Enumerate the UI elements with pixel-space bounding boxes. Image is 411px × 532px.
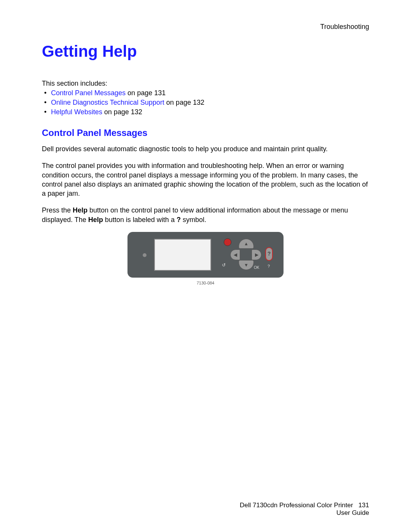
power-led-icon xyxy=(143,253,147,257)
page-title: Getting Help xyxy=(42,42,369,61)
header-section: Troubleshooting xyxy=(42,23,369,31)
left-arrow-icon: ◀ xyxy=(230,249,240,260)
help-label: ? xyxy=(268,264,270,268)
section-links-list: Control Panel Messages on page 131 Onlin… xyxy=(42,89,369,116)
control-panel-figure: ▲ ▼ ◀ ▶ ↺ OK ? ? 7130-084 xyxy=(42,232,369,285)
back-icon: ↺ xyxy=(222,262,226,268)
control-panel: ▲ ▼ ◀ ▶ ↺ OK ? ? xyxy=(127,232,284,278)
list-item: Control Panel Messages on page 131 xyxy=(42,89,369,97)
down-arrow-icon: ▼ xyxy=(239,260,254,270)
link-suffix: on page 132 xyxy=(164,99,204,106)
right-arrow-icon: ▶ xyxy=(252,249,261,260)
p3-part: symbol. xyxy=(181,216,206,224)
link-online-diagnostics[interactable]: Online Diagnostics Technical Support xyxy=(51,99,164,106)
p3-part: button is labeled with a xyxy=(103,216,177,224)
paragraph-3: Press the Help button on the control pan… xyxy=(42,206,369,224)
help-bold: Help xyxy=(88,216,103,224)
question-bold: ? xyxy=(177,216,181,224)
link-suffix: on page 132 xyxy=(102,108,142,116)
help-bold: Help xyxy=(73,206,88,214)
intro-text: This section includes: xyxy=(42,80,369,88)
link-control-panel-messages[interactable]: Control Panel Messages xyxy=(51,89,126,97)
figure-id: 7130-084 xyxy=(42,281,369,285)
link-suffix: on page 131 xyxy=(126,89,166,97)
list-item: Helpful Websites on page 132 xyxy=(42,108,369,116)
ok-label: OK xyxy=(254,265,259,270)
p3-part: Press the xyxy=(42,206,73,214)
help-button-icon: ? xyxy=(265,247,273,261)
display-screen xyxy=(154,239,211,271)
list-item: Online Diagnostics Technical Support on … xyxy=(42,99,369,107)
page-footer: Dell 7130cdn Professional Color Printer1… xyxy=(240,502,369,517)
footer-page-number: 131 xyxy=(358,502,369,509)
footer-doc: User Guide xyxy=(336,509,369,516)
up-arrow-icon: ▲ xyxy=(239,239,254,249)
paragraph-2: The control panel provides you with info… xyxy=(42,161,369,198)
link-helpful-websites[interactable]: Helpful Websites xyxy=(51,108,102,116)
footer-product: Dell 7130cdn Professional Color Printer xyxy=(240,502,353,509)
paragraph-1: Dell provides several automatic diagnost… xyxy=(42,144,369,153)
section-heading: Control Panel Messages xyxy=(42,128,369,138)
